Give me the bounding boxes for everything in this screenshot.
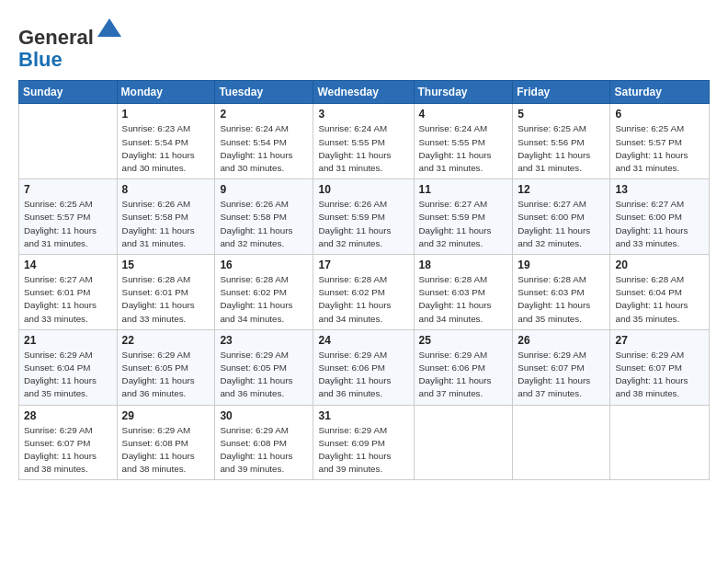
day-info: Sunrise: 6:29 AM Sunset: 6:04 PM Dayligh… [24,349,112,401]
day-number: 25 [419,334,508,347]
day-number: 7 [24,183,112,196]
day-info: Sunrise: 6:28 AM Sunset: 6:04 PM Dayligh… [615,273,704,326]
calendar-cell: 25Sunrise: 6:29 AM Sunset: 6:06 PM Dayli… [414,329,513,405]
day-number: 3 [318,108,408,121]
calendar-cell: 26Sunrise: 6:29 AM Sunset: 6:07 PM Dayli… [513,329,610,405]
calendar-cell: 14Sunrise: 6:27 AM Sunset: 6:01 PM Dayli… [19,255,118,330]
day-number: 6 [615,108,704,121]
calendar-cell: 31Sunrise: 6:29 AM Sunset: 6:09 PM Dayli… [313,405,414,480]
day-number: 22 [122,334,210,347]
calendar-cell: 29Sunrise: 6:29 AM Sunset: 6:08 PM Dayli… [117,405,215,480]
calendar-cell: 27Sunrise: 6:29 AM Sunset: 6:07 PM Dayli… [610,329,710,405]
day-number: 18 [419,259,508,271]
calendar-cell: 8Sunrise: 6:26 AM Sunset: 5:58 PM Daylig… [117,179,215,255]
day-number: 8 [122,183,210,196]
day-number: 28 [24,409,112,422]
calendar-cell: 5Sunrise: 6:25 AM Sunset: 5:56 PM Daylig… [513,104,610,179]
day-info: Sunrise: 6:26 AM Sunset: 5:58 PM Dayligh… [220,198,308,250]
day-number: 1 [122,108,210,121]
day-info: Sunrise: 6:24 AM Sunset: 5:55 PM Dayligh… [419,122,508,175]
day-number: 19 [518,259,605,271]
day-number: 20 [615,259,704,271]
calendar-cell: 17Sunrise: 6:28 AM Sunset: 6:02 PM Dayli… [313,255,414,330]
day-info: Sunrise: 6:25 AM Sunset: 5:57 PM Dayligh… [615,122,704,175]
day-number: 13 [615,183,704,196]
calendar-cell: 20Sunrise: 6:28 AM Sunset: 6:04 PM Dayli… [610,255,710,330]
day-number: 21 [24,334,112,347]
calendar-cell [610,405,710,480]
weekday-header-thursday: Thursday [414,81,513,104]
weekday-header-saturday: Saturday [610,81,710,104]
calendar-cell: 7Sunrise: 6:25 AM Sunset: 5:57 PM Daylig… [19,179,118,255]
weekday-header-monday: Monday [117,81,215,104]
calendar-cell: 30Sunrise: 6:29 AM Sunset: 6:08 PM Dayli… [215,405,313,480]
calendar-cell: 12Sunrise: 6:27 AM Sunset: 6:00 PM Dayli… [513,179,610,255]
day-number: 2 [220,108,308,121]
logo-blue: Blue [18,48,63,71]
calendar-cell: 2Sunrise: 6:24 AM Sunset: 5:54 PM Daylig… [215,104,313,179]
svg-marker-0 [97,18,121,37]
calendar-cell: 28Sunrise: 6:29 AM Sunset: 6:07 PM Dayli… [19,405,118,480]
week-row-1: 7Sunrise: 6:25 AM Sunset: 5:57 PM Daylig… [19,179,710,255]
day-number: 10 [318,183,408,196]
day-number: 31 [318,409,408,422]
calendar-cell: 4Sunrise: 6:24 AM Sunset: 5:55 PM Daylig… [414,104,513,179]
calendar-table: SundayMondayTuesdayWednesdayThursdayFrid… [18,80,710,480]
calendar-cell: 10Sunrise: 6:26 AM Sunset: 5:59 PM Dayli… [313,179,414,255]
day-number: 4 [419,108,508,121]
day-info: Sunrise: 6:28 AM Sunset: 6:03 PM Dayligh… [518,273,605,326]
day-info: Sunrise: 6:29 AM Sunset: 6:05 PM Dayligh… [220,349,308,401]
week-row-0: 1Sunrise: 6:23 AM Sunset: 5:54 PM Daylig… [19,104,710,179]
calendar-cell: 11Sunrise: 6:27 AM Sunset: 5:59 PM Dayli… [414,179,513,255]
day-info: Sunrise: 6:29 AM Sunset: 6:07 PM Dayligh… [518,349,605,401]
day-number: 26 [518,334,605,347]
header: General Blue [18,17,710,71]
calendar-cell: 3Sunrise: 6:24 AM Sunset: 5:55 PM Daylig… [313,104,414,179]
day-number: 14 [24,259,112,271]
weekday-header-row: SundayMondayTuesdayWednesdayThursdayFrid… [19,81,710,104]
day-number: 16 [220,259,308,271]
day-info: Sunrise: 6:27 AM Sunset: 5:59 PM Dayligh… [419,198,508,250]
calendar-cell: 13Sunrise: 6:27 AM Sunset: 6:00 PM Dayli… [610,179,710,255]
day-info: Sunrise: 6:27 AM Sunset: 6:00 PM Dayligh… [518,198,605,250]
day-info: Sunrise: 6:28 AM Sunset: 6:03 PM Dayligh… [419,273,508,326]
week-row-3: 21Sunrise: 6:29 AM Sunset: 6:04 PM Dayli… [19,329,710,405]
calendar-cell: 1Sunrise: 6:23 AM Sunset: 5:54 PM Daylig… [117,104,215,179]
calendar-cell: 16Sunrise: 6:28 AM Sunset: 6:02 PM Dayli… [215,255,313,330]
day-number: 15 [122,259,210,271]
day-info: Sunrise: 6:29 AM Sunset: 6:08 PM Dayligh… [220,424,308,477]
day-info: Sunrise: 6:25 AM Sunset: 5:56 PM Dayligh… [518,122,605,175]
calendar-cell: 18Sunrise: 6:28 AM Sunset: 6:03 PM Dayli… [414,255,513,330]
calendar-cell: 23Sunrise: 6:29 AM Sunset: 6:05 PM Dayli… [215,329,313,405]
calendar-cell: 19Sunrise: 6:28 AM Sunset: 6:03 PM Dayli… [513,255,610,330]
day-info: Sunrise: 6:26 AM Sunset: 5:59 PM Dayligh… [318,198,408,250]
day-number: 23 [220,334,308,347]
day-info: Sunrise: 6:29 AM Sunset: 6:07 PM Dayligh… [615,349,704,401]
day-info: Sunrise: 6:29 AM Sunset: 6:07 PM Dayligh… [24,424,112,477]
week-row-4: 28Sunrise: 6:29 AM Sunset: 6:07 PM Dayli… [19,405,710,480]
day-number: 29 [122,409,210,422]
calendar-cell: 6Sunrise: 6:25 AM Sunset: 5:57 PM Daylig… [610,104,710,179]
logo-general: General [18,26,94,49]
weekday-header-wednesday: Wednesday [313,81,414,104]
calendar-body: 1Sunrise: 6:23 AM Sunset: 5:54 PM Daylig… [19,104,710,480]
day-info: Sunrise: 6:25 AM Sunset: 5:57 PM Dayligh… [24,198,112,250]
day-info: Sunrise: 6:29 AM Sunset: 6:08 PM Dayligh… [122,424,210,477]
calendar-cell [19,104,118,179]
day-number: 11 [419,183,508,196]
logo: General Blue [18,17,123,71]
day-info: Sunrise: 6:29 AM Sunset: 6:06 PM Dayligh… [419,349,508,401]
calendar-cell [513,405,610,480]
day-number: 12 [518,183,605,196]
day-number: 30 [220,409,308,422]
day-info: Sunrise: 6:24 AM Sunset: 5:54 PM Dayligh… [220,122,308,175]
day-info: Sunrise: 6:28 AM Sunset: 6:02 PM Dayligh… [318,273,408,326]
day-info: Sunrise: 6:29 AM Sunset: 6:06 PM Dayligh… [318,349,408,401]
calendar-cell: 24Sunrise: 6:29 AM Sunset: 6:06 PM Dayli… [313,329,414,405]
calendar-cell: 9Sunrise: 6:26 AM Sunset: 5:58 PM Daylig… [215,179,313,255]
calendar-cell: 15Sunrise: 6:28 AM Sunset: 6:01 PM Dayli… [117,255,215,330]
logo-icon [96,17,123,44]
day-info: Sunrise: 6:27 AM Sunset: 6:00 PM Dayligh… [615,198,704,250]
day-info: Sunrise: 6:23 AM Sunset: 5:54 PM Dayligh… [122,122,210,175]
day-info: Sunrise: 6:27 AM Sunset: 6:01 PM Dayligh… [24,273,112,326]
